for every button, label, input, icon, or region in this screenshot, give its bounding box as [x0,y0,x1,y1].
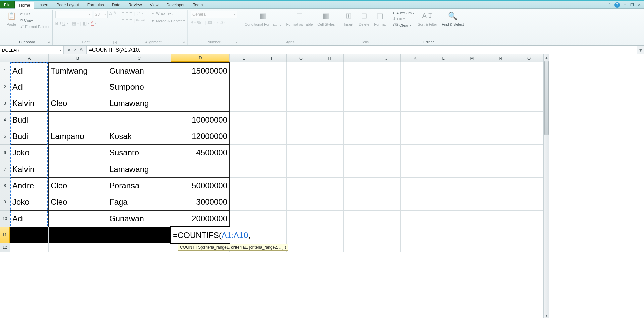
cell-I8[interactable] [344,178,372,194]
cell-L1[interactable] [429,62,458,79]
column-header-I[interactable]: I [344,54,372,62]
row-header-4[interactable]: 4 [0,112,10,128]
cell-N4[interactable] [486,112,515,128]
cell-C7[interactable]: Lamawang [107,161,171,178]
cell-C5[interactable]: Kosak [107,128,171,145]
cell-M12[interactable] [458,243,486,252]
find-select-button[interactable]: 🔍Find & Select [440,11,465,26]
cell-C10[interactable]: Gunawan [107,211,171,227]
sort-filter-button[interactable]: A↧Sort & Filter [416,11,438,26]
format-painter-button[interactable]: 🖌Format Painter [20,24,50,29]
column-header-K[interactable]: K [401,54,429,62]
merge-center-button[interactable]: ⬌Merge & Center▾ [152,18,185,24]
cell-N2[interactable] [486,79,515,95]
cell-O12[interactable] [515,243,543,252]
cell-A6[interactable]: Joko [10,145,49,161]
scroll-down-icon[interactable]: ▼ [544,312,549,318]
row-header-7[interactable]: 7 [0,161,10,178]
cell-G9[interactable] [287,194,315,211]
cell-A8[interactable]: Andre [10,178,49,194]
cell-H5[interactable] [315,128,344,145]
cell-L6[interactable] [429,145,458,161]
cell-O10[interactable] [515,211,543,227]
cell-O11[interactable] [515,227,543,243]
cell-F9[interactable] [258,194,287,211]
cell-K2[interactable] [401,79,429,95]
format-as-table-button[interactable]: ▦Format as Table [285,11,314,26]
name-box[interactable]: DOLLAR ▾ [0,46,64,54]
percent-icon[interactable]: % [197,20,201,25]
cell-O6[interactable] [515,145,543,161]
align-middle-icon[interactable]: ≡ [126,11,128,16]
cell-B9[interactable]: Cleo [49,194,107,211]
cell-G2[interactable] [287,79,315,95]
cell-A12[interactable] [10,243,49,252]
fill-color-button[interactable]: ◧ [83,21,87,26]
tab-view[interactable]: View [146,1,163,8]
cell-M9[interactable] [458,194,486,211]
tab-formulas[interactable]: Formulas [83,1,108,8]
cell-L8[interactable] [429,178,458,194]
cell-B5[interactable]: Lampano [49,128,107,145]
cell-O1[interactable] [515,62,543,79]
column-header-A[interactable]: A [10,54,49,62]
cell-H8[interactable] [315,178,344,194]
cell-M6[interactable] [458,145,486,161]
cell-E6[interactable] [230,145,258,161]
cell-C12[interactable] [107,243,171,252]
cell-I11[interactable] [344,227,372,243]
cell-D11[interactable]: =COUNTIFS(A1:A10, [171,227,230,243]
cell-N5[interactable] [486,128,515,145]
cell-L9[interactable] [429,194,458,211]
underline-button[interactable]: U [62,21,65,26]
delete-cells-button[interactable]: ⊟Delete [357,11,371,26]
cell-M1[interactable] [458,62,486,79]
insert-cells-button[interactable]: ⊞Insert [342,11,355,26]
cell-G11[interactable] [287,227,315,243]
column-header-O[interactable]: O [515,54,543,62]
cell-A10[interactable]: Adi [10,211,49,227]
chevron-up-icon[interactable]: ⌃ [607,2,612,8]
align-right-icon[interactable]: ≡ [129,18,132,23]
cell-I6[interactable] [344,145,372,161]
wrap-text-button[interactable]: ⤶Wrap Text [152,11,185,16]
paste-button[interactable]: 📋 Paste [5,11,18,26]
cell-E10[interactable] [230,211,258,227]
tab-insert[interactable]: Insert [34,1,52,8]
scroll-up-icon[interactable]: ▲ [544,54,549,60]
cell-E3[interactable] [230,95,258,112]
align-top-icon[interactable]: ≡ [122,11,124,16]
cell-O5[interactable] [515,128,543,145]
cell-K8[interactable] [401,178,429,194]
column-header-H[interactable]: H [315,54,344,62]
cell-D6[interactable]: 4500000 [171,145,230,161]
vertical-scrollbar[interactable]: ▲ ▼ [543,54,549,318]
row-header-5[interactable]: 5 [0,128,10,145]
cell-B4[interactable] [49,112,107,128]
cell-G3[interactable] [287,95,315,112]
cell-A5[interactable]: Budi [10,128,49,145]
cell-D10[interactable]: 20000000 [171,211,230,227]
cell-A9[interactable]: Joko [10,194,49,211]
column-header-G[interactable]: G [287,54,315,62]
cell-B11[interactable] [49,227,107,243]
cell-N10[interactable] [486,211,515,227]
border-button[interactable]: ▦ [72,21,76,26]
cell-D4[interactable]: 10000000 [171,112,230,128]
cell-E4[interactable] [230,112,258,128]
restore-icon[interactable]: ❐ [629,2,635,8]
cell-C9[interactable]: Faga [107,194,171,211]
cell-I7[interactable] [344,161,372,178]
cell-L4[interactable] [429,112,458,128]
row-header-8[interactable]: 8 [0,178,10,194]
cell-K10[interactable] [401,211,429,227]
cell-D2[interactable] [171,79,230,95]
cell-B7[interactable] [49,161,107,178]
cell-F10[interactable] [258,211,287,227]
cell-M8[interactable] [458,178,486,194]
cell-J8[interactable] [372,178,401,194]
cell-styles-button[interactable]: ▦Cell Styles [316,11,336,26]
cell-J5[interactable] [372,128,401,145]
cell-O7[interactable] [515,161,543,178]
cell-H6[interactable] [315,145,344,161]
